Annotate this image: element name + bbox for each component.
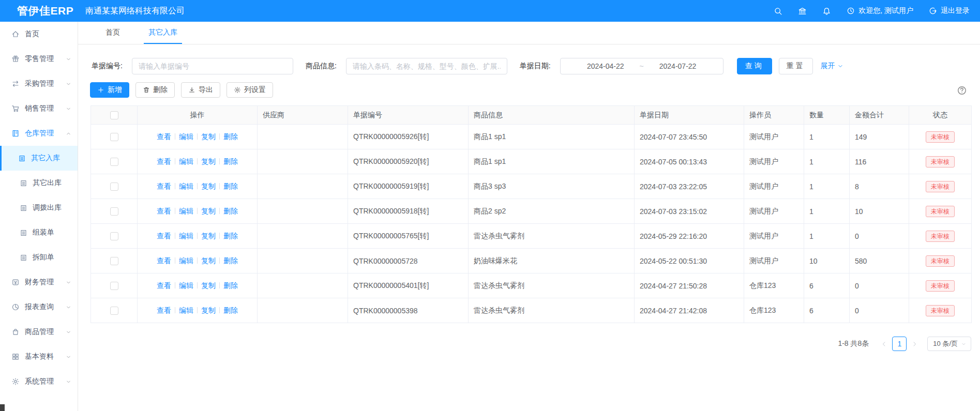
action-delete-link[interactable]: 删除 <box>223 256 238 265</box>
search-button[interactable]: 查询 <box>737 58 772 74</box>
action-view-link[interactable]: 查看 <box>157 182 171 190</box>
gear-icon <box>11 377 20 386</box>
cell-qty: 1 <box>804 199 850 224</box>
page-number[interactable]: 1 <box>892 337 907 351</box>
bank-icon[interactable] <box>798 7 807 16</box>
row-checkbox[interactable] <box>110 257 118 265</box>
date-from[interactable]: 2024-04-22 <box>587 62 624 70</box>
action-copy-link[interactable]: 复制 <box>201 132 216 141</box>
cell-product: 奶油味爆米花 <box>469 249 635 273</box>
action-copy-link[interactable]: 复制 <box>201 207 216 215</box>
page-size-select[interactable]: 10 条/页 <box>927 337 971 351</box>
sidebar-item-disassembly-order[interactable]: 拆卸单 <box>0 245 78 270</box>
tab-home[interactable]: 首页 <box>101 22 125 44</box>
action-edit-link[interactable]: 编辑 <box>179 232 193 240</box>
action-view-link[interactable]: 查看 <box>157 207 171 215</box>
date-to[interactable]: 2024-07-22 <box>659 62 697 70</box>
add-button[interactable]: 新增 <box>90 82 129 98</box>
action-edit-link[interactable]: 编辑 <box>179 207 193 215</box>
action-edit-link[interactable]: 编辑 <box>179 256 193 265</box>
action-edit-link[interactable]: 编辑 <box>179 281 193 290</box>
reset-button[interactable]: 重置 <box>779 58 813 74</box>
action-view-link[interactable]: 查看 <box>157 256 171 265</box>
welcome-text: 欢迎您, 测试用户 <box>858 6 913 16</box>
bell-icon[interactable] <box>822 7 831 16</box>
cell-supplier <box>258 125 348 149</box>
prev-page-icon[interactable] <box>881 341 887 347</box>
action-view-link[interactable]: 查看 <box>157 232 171 240</box>
logout-button[interactable]: 退出登录 <box>929 6 970 16</box>
sidebar-item-assembly-order[interactable]: 组装单 <box>0 220 78 245</box>
action-edit-link[interactable]: 编辑 <box>179 157 193 165</box>
action-delete-link[interactable]: 删除 <box>223 182 238 190</box>
tab-other-inbound[interactable]: 其它入库 <box>144 22 182 44</box>
action-edit-link[interactable]: 编辑 <box>179 132 193 141</box>
row-checkbox[interactable] <box>110 207 118 216</box>
table-row: 查看编辑复制删除QTRK00000005926[转]商品1 sp12024-07… <box>91 125 972 149</box>
action-delete-link[interactable]: 删除 <box>223 132 238 141</box>
sidebar-item-other-inbound[interactable]: 其它入库 <box>0 146 78 171</box>
bag-icon <box>11 328 20 336</box>
row-checkbox[interactable] <box>110 133 118 141</box>
search-icon[interactable] <box>774 7 782 16</box>
doc-no-input[interactable] <box>132 58 293 74</box>
delete-button[interactable]: 删除 <box>135 82 175 98</box>
action-copy-link[interactable]: 复制 <box>201 182 216 190</box>
sidebar-item-finance-mgmt[interactable]: 财务管理 <box>0 270 78 295</box>
action-delete-link[interactable]: 删除 <box>223 306 238 314</box>
next-page-icon[interactable] <box>911 341 918 347</box>
row-checkbox[interactable] <box>110 282 118 290</box>
top-header: 管伊佳ERP 南通某某网络科技有限公司 欢迎您, 测试用户 退出登录 <box>0 0 980 22</box>
action-view-link[interactable]: 查看 <box>157 157 171 165</box>
select-all-checkbox[interactable] <box>110 111 118 119</box>
action-delete-link[interactable]: 删除 <box>223 232 238 240</box>
product-info-input[interactable] <box>346 58 507 74</box>
action-view-link[interactable]: 查看 <box>157 132 171 141</box>
action-copy-link[interactable]: 复制 <box>201 157 216 165</box>
action-delete-link[interactable]: 删除 <box>223 207 238 215</box>
cell-product: 雷达杀虫气雾剂 <box>469 273 635 298</box>
sidebar-item-sales-mgmt[interactable]: 销售管理 <box>0 96 78 121</box>
cell-product: 商品2 sp2 <box>469 199 635 224</box>
action-copy-link[interactable]: 复制 <box>201 256 216 265</box>
sidebar-item-purchase-mgmt[interactable]: 采购管理 <box>0 71 78 96</box>
column-settings-button[interactable]: 列设置 <box>227 82 273 98</box>
row-checkbox[interactable] <box>110 182 118 191</box>
action-delete-link[interactable]: 删除 <box>223 157 238 165</box>
row-checkbox[interactable] <box>110 158 118 166</box>
action-copy-link[interactable]: 复制 <box>201 281 216 290</box>
action-view-link[interactable]: 查看 <box>157 306 171 314</box>
sidebar-item-warehouse-mgmt[interactable]: 仓库管理 <box>0 121 78 146</box>
sidebar-scrollbar-thumb[interactable] <box>0 404 5 411</box>
cart-icon <box>11 104 20 113</box>
export-button[interactable]: 导出 <box>181 82 220 98</box>
action-delete-link[interactable]: 删除 <box>223 281 238 290</box>
sidebar-item-basic-data[interactable]: 基本资料 <box>0 344 78 369</box>
action-copy-link[interactable]: 复制 <box>201 306 216 314</box>
sidebar-item-label: 采购管理 <box>25 79 54 88</box>
date-range-picker[interactable]: 2024-04-22 ~ 2024-07-22 <box>560 58 723 74</box>
sidebar-item-home[interactable]: 首页 <box>0 22 78 47</box>
link-separator <box>175 233 175 239</box>
row-checkbox[interactable] <box>110 307 118 315</box>
link-separator <box>175 183 175 189</box>
sidebar-item-system-mgmt[interactable]: 系统管理 <box>0 369 78 394</box>
table-header-row: 操作供应商单据编号商品信息单据日期操作员数量金额合计状态 <box>91 106 972 125</box>
row-checkbox[interactable] <box>110 232 118 240</box>
sidebar-item-product-mgmt[interactable]: 商品管理 <box>0 319 78 344</box>
sidebar-item-retail-mgmt[interactable]: 零售管理 <box>0 47 78 71</box>
link-separator <box>219 183 220 189</box>
sidebar-item-label: 仓库管理 <box>25 129 54 138</box>
help-icon[interactable] <box>957 85 967 96</box>
sidebar-item-transfer-outbound[interactable]: 调拨出库 <box>0 195 78 220</box>
sidebar-item-other-outbound[interactable]: 其它出库 <box>0 171 78 195</box>
welcome-user[interactable]: 欢迎您, 测试用户 <box>847 6 913 16</box>
action-view-link[interactable]: 查看 <box>157 281 171 290</box>
sidebar-item-report-query[interactable]: 报表查询 <box>0 295 78 319</box>
doc-icon <box>18 155 26 162</box>
expand-link[interactable]: 展开 <box>821 62 843 71</box>
action-edit-link[interactable]: 编辑 <box>179 306 193 314</box>
action-copy-link[interactable]: 复制 <box>201 232 216 240</box>
action-edit-link[interactable]: 编辑 <box>179 182 193 190</box>
sidebar-item-label: 组装单 <box>33 228 54 237</box>
